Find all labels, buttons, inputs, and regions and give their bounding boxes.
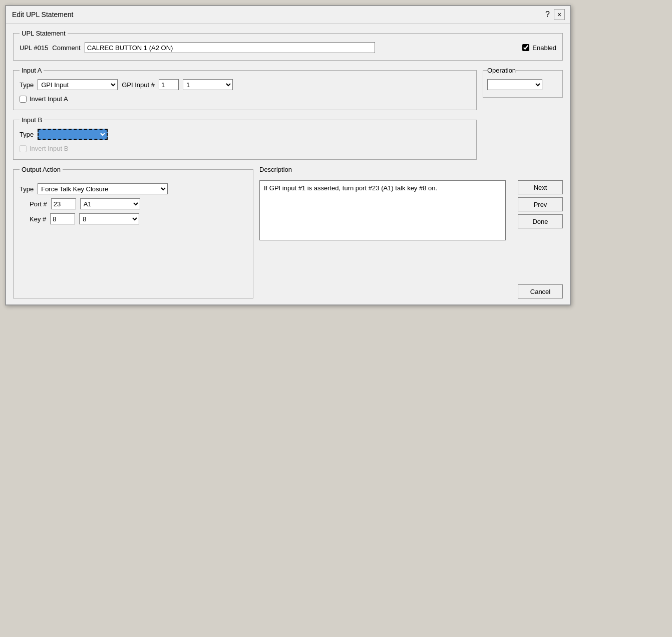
output-action-group: Output Action Type Force Talk Key Closur… xyxy=(13,166,253,298)
operation-col: Operation xyxy=(483,67,563,160)
output-action-rows: Type Force Talk Key Closure Port # A1 K xyxy=(20,183,247,224)
invert-b-checkbox[interactable] xyxy=(20,145,27,152)
gpi-select[interactable]: 1 xyxy=(183,79,233,90)
invert-a-checkbox[interactable] xyxy=(20,96,27,103)
input-b-type-select[interactable] xyxy=(38,129,108,140)
dialog-title: Edit UPL Statement xyxy=(12,11,73,19)
action-buttons: Next Prev Done xyxy=(518,180,563,280)
desc-row: If GPI input #1 is asserted, turn port #… xyxy=(259,180,563,280)
gpi-label: GPI Input # xyxy=(122,81,155,89)
input-b-group: Input B Type Invert Input B xyxy=(13,116,477,160)
enabled-label: Enabled xyxy=(532,44,556,52)
cancel-row: Cancel xyxy=(259,284,563,298)
port-label: Port # xyxy=(30,200,47,208)
enabled-checkbox[interactable] xyxy=(522,44,529,51)
description-text: If GPI input #1 is asserted, turn port #… xyxy=(259,180,506,240)
port-row: Port # A1 xyxy=(30,198,247,209)
input-b-invert-row: Invert Input B xyxy=(20,145,470,152)
title-bar: Edit UPL Statement ? × xyxy=(6,6,570,24)
upl-number-label: UPL #015 xyxy=(20,44,48,52)
description-label: Description xyxy=(259,166,563,173)
edit-upl-dialog: Edit UPL Statement ? × UPL Statement UPL… xyxy=(5,5,571,305)
operation-select[interactable] xyxy=(487,79,542,90)
key-label: Key # xyxy=(30,215,46,223)
key-number-input[interactable] xyxy=(50,213,75,224)
comment-label: Comment xyxy=(52,44,80,52)
help-button[interactable]: ? xyxy=(545,10,550,19)
invert-b-label: Invert Input B xyxy=(30,145,68,152)
inputs-left-col: Input A Type GPI Input GPI Input # 1 xyxy=(13,67,477,160)
key-select[interactable]: 8 xyxy=(79,213,139,224)
operation-legend: Operation xyxy=(487,67,516,74)
operation-row xyxy=(487,79,558,90)
cancel-button[interactable]: Cancel xyxy=(518,284,563,298)
bottom-section: Output Action Type Force Talk Key Closur… xyxy=(13,166,563,298)
prev-button[interactable]: Prev xyxy=(518,197,563,211)
upl-statement-legend: UPL Statement xyxy=(20,30,68,37)
title-bar-controls: ? × xyxy=(545,9,565,20)
next-button[interactable]: Next xyxy=(518,180,563,194)
inputs-section: Input A Type GPI Input GPI Input # 1 xyxy=(13,67,563,160)
enabled-row: Enabled xyxy=(522,44,556,52)
input-a-group: Input A Type GPI Input GPI Input # 1 xyxy=(13,67,477,110)
invert-a-label: Invert Input A xyxy=(30,95,68,103)
port-select[interactable]: A1 xyxy=(80,198,140,209)
port-number-input[interactable] xyxy=(51,198,76,209)
operation-group: Operation xyxy=(483,67,563,98)
input-b-type-row: Type xyxy=(20,129,470,140)
done-button[interactable]: Done xyxy=(518,214,563,228)
close-button[interactable]: × xyxy=(554,9,565,20)
description-content: If GPI input #1 is asserted, turn port #… xyxy=(259,180,506,280)
input-b-legend: Input B xyxy=(20,116,44,124)
input-a-legend: Input A xyxy=(20,67,44,74)
output-action-legend: Output Action xyxy=(20,166,63,173)
output-type-label: Type xyxy=(20,185,34,193)
upl-statement-group: UPL Statement UPL #015 Comment Enabled xyxy=(13,30,563,61)
input-a-type-row: Type GPI Input GPI Input # 1 xyxy=(20,79,470,90)
desc-and-btns: Description If GPI input #1 is asserted,… xyxy=(259,166,563,298)
dialog-body: UPL Statement UPL #015 Comment Enabled I… xyxy=(6,24,570,304)
input-a-type-label: Type xyxy=(20,81,34,89)
key-row: Key # 8 xyxy=(30,213,247,224)
output-type-select[interactable]: Force Talk Key Closure xyxy=(38,183,168,194)
upl-statement-row: UPL #015 Comment Enabled xyxy=(20,42,556,53)
input-b-type-label: Type xyxy=(20,131,34,138)
input-a-invert-row: Invert Input A xyxy=(20,95,470,103)
input-a-type-select[interactable]: GPI Input xyxy=(38,79,118,90)
gpi-number-input[interactable] xyxy=(159,79,179,90)
output-type-row: Type Force Talk Key Closure xyxy=(20,183,247,194)
comment-input[interactable] xyxy=(85,42,375,53)
